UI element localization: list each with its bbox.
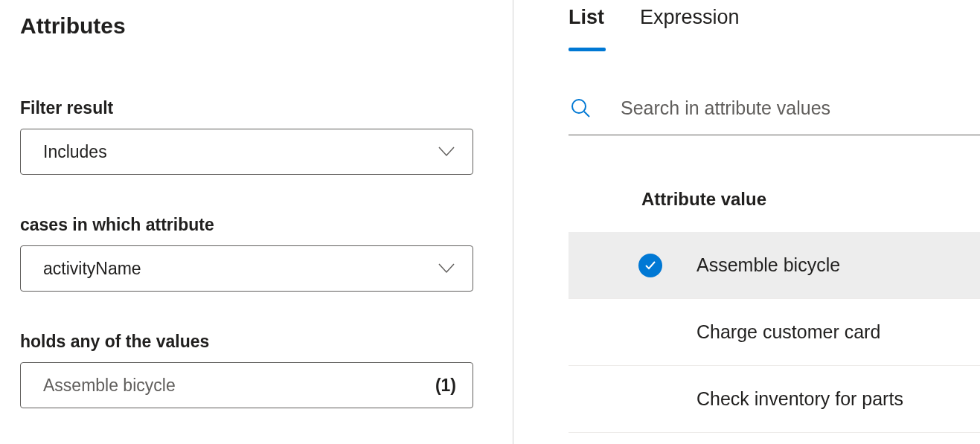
value-label: Charge customer card (696, 321, 880, 343)
panel-title: Attributes (20, 13, 490, 39)
search-input[interactable] (621, 97, 980, 119)
filter-result-label: Filter result (20, 98, 490, 118)
holds-values-box[interactable]: Assemble bicycle (1) (20, 362, 473, 408)
tabs: List Expression (513, 6, 980, 51)
search-row (569, 96, 980, 135)
chevron-down-icon (438, 144, 455, 160)
svg-line-1 (584, 112, 589, 117)
holds-values-count: (1) (435, 376, 456, 396)
svg-point-0 (572, 100, 586, 113)
filter-result-value: Includes (43, 142, 107, 162)
attributes-panel: Attributes Filter result Includes cases … (0, 0, 513, 444)
value-row[interactable]: Assemble bicycle (569, 232, 980, 299)
values-panel: List Expression Attribute value Assemble… (513, 0, 980, 444)
cases-attribute-dropdown[interactable]: activityName (20, 245, 473, 292)
attribute-value-header: Attribute value (641, 135, 980, 232)
holds-values-label: holds any of the values (20, 332, 490, 352)
chevron-down-icon (438, 260, 455, 277)
tab-expression[interactable]: Expression (640, 6, 740, 51)
search-icon (569, 96, 592, 120)
value-row[interactable]: Charge customer card (569, 299, 980, 366)
cases-attribute-value: activityName (43, 259, 141, 279)
value-label: Assemble bicycle (696, 254, 840, 276)
value-row[interactable]: Check inventory for parts (569, 366, 980, 433)
filter-result-dropdown[interactable]: Includes (20, 129, 473, 175)
value-label: Check inventory for parts (696, 388, 903, 410)
cases-attribute-label: cases in which attribute (20, 215, 490, 235)
check-placeholder (638, 387, 662, 411)
holds-values-text: Assemble bicycle (43, 376, 176, 396)
tab-list[interactable]: List (569, 6, 604, 51)
check-placeholder (638, 321, 662, 344)
check-icon (638, 254, 662, 277)
